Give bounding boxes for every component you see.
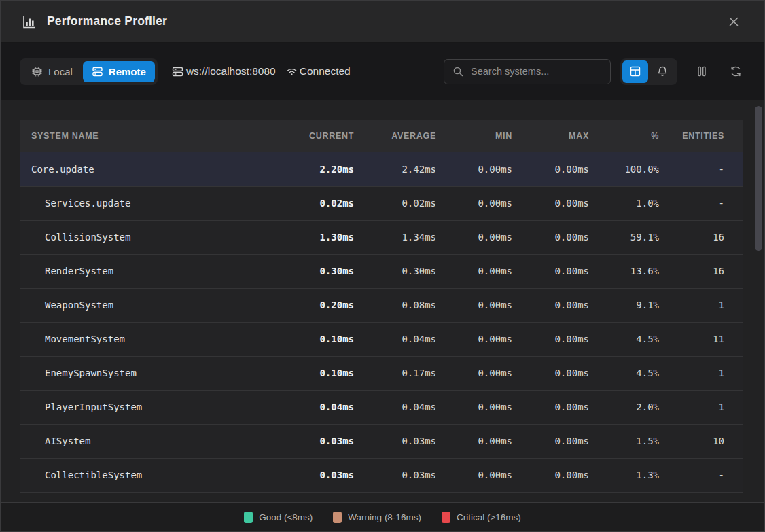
local-mode-button[interactable]: Local	[22, 61, 82, 82]
refresh-button[interactable]	[726, 62, 745, 81]
cell-percent: 4.5%	[589, 356, 659, 390]
search-icon	[452, 66, 464, 77]
cell-average: 0.08ms	[354, 288, 436, 322]
cell-max: 0.00ms	[512, 424, 589, 458]
legend-swatch	[244, 512, 253, 523]
cell-max: 0.00ms	[512, 152, 589, 186]
column-header-3[interactable]: MIN	[436, 120, 512, 152]
table-row[interactable]: RenderSystem0.30ms0.30ms0.00ms0.00ms13.6…	[20, 254, 743, 288]
cell-average: 1.34ms	[354, 220, 436, 254]
cell-name: CollisionSystem	[20, 220, 272, 254]
page-title: Performance Profiler	[47, 14, 167, 29]
performance-profiler-window: Performance Profiler Local	[0, 0, 765, 532]
cell-average: 0.30ms	[354, 254, 436, 288]
table-row[interactable]: MovementSystem0.10ms0.04ms0.00ms0.00ms4.…	[20, 322, 743, 356]
remote-mode-button[interactable]: Remote	[83, 61, 155, 82]
search-input[interactable]	[471, 66, 602, 77]
legend-item: Good (<8ms)	[244, 512, 313, 523]
cell-max: 0.00ms	[512, 288, 589, 322]
ws-address-text: ws://localhost:8080	[186, 65, 276, 77]
table-row[interactable]: Services.update0.02ms0.02ms0.00ms0.00ms1…	[20, 186, 743, 220]
cell-current: 0.30ms	[272, 254, 354, 288]
cell-average: 2.42ms	[354, 152, 436, 186]
cell-entities: 1	[659, 356, 743, 390]
cell-min: 0.00ms	[436, 356, 512, 390]
bell-icon	[656, 65, 669, 77]
cell-entities: -	[659, 458, 743, 492]
cell-current: 0.03ms	[272, 424, 354, 458]
cell-min: 0.00ms	[436, 186, 512, 220]
close-icon	[728, 16, 740, 28]
alerts-button[interactable]	[650, 60, 675, 83]
cell-current: 0.03ms	[272, 458, 354, 492]
cell-min: 0.00ms	[436, 220, 512, 254]
cell-current: 0.02ms	[272, 186, 354, 220]
cell-max: 0.00ms	[512, 254, 589, 288]
toolbar: Local Remote	[1, 43, 764, 100]
table-header-row: SYSTEM NAMECURRENTAVERAGEMINMAX%ENTITIES	[20, 120, 743, 152]
cell-percent: 2.0%	[589, 390, 659, 424]
table-row[interactable]: CollisionSystem1.30ms1.34ms0.00ms0.00ms5…	[20, 220, 743, 254]
cell-min: 0.00ms	[436, 254, 512, 288]
cell-name: WeaponSystem	[20, 288, 272, 322]
search-box	[444, 59, 611, 84]
cell-current: 1.30ms	[272, 220, 354, 254]
cell-percent: 59.1%	[589, 220, 659, 254]
cell-entities: 1	[659, 288, 743, 322]
cell-max: 0.00ms	[512, 220, 589, 254]
table-row[interactable]: WeaponSystem0.20ms0.08ms0.00ms0.00ms9.1%…	[20, 288, 743, 322]
cell-percent: 100.0%	[589, 152, 659, 186]
legend-label: Warning (8-16ms)	[348, 512, 421, 522]
cell-average: 0.17ms	[354, 356, 436, 390]
cell-name: EnemySpawnSystem	[20, 356, 272, 390]
titlebar: Performance Profiler	[1, 1, 764, 43]
cell-entities: 16	[659, 254, 743, 288]
cell-min: 0.00ms	[436, 458, 512, 492]
wifi-icon	[285, 65, 298, 78]
cell-entities: 10	[659, 424, 743, 458]
column-header-0[interactable]: SYSTEM NAME	[20, 120, 272, 152]
bar-chart-icon	[21, 14, 36, 29]
table-row[interactable]: PlayerInputSystem0.04ms0.04ms0.00ms0.00m…	[20, 390, 743, 424]
refresh-icon	[729, 65, 743, 78]
connection-status-text: Connected	[300, 65, 351, 77]
cell-name: Services.update	[20, 186, 272, 220]
server-icon	[92, 66, 103, 77]
cell-entities: -	[659, 152, 743, 186]
cell-name: MovementSystem	[20, 322, 272, 356]
pause-icon	[695, 65, 709, 78]
table-view-icon	[629, 65, 641, 77]
cpu-icon	[31, 66, 43, 77]
cell-max: 0.00ms	[512, 356, 589, 390]
vertical-scrollbar-thumb[interactable]	[755, 106, 762, 251]
legend-label: Good (<8ms)	[259, 512, 313, 522]
systems-table-area: SYSTEM NAMECURRENTAVERAGEMINMAX%ENTITIES…	[1, 100, 764, 502]
host-icon	[171, 65, 184, 78]
cell-entities: 1	[659, 390, 743, 424]
legend-swatch	[442, 512, 450, 523]
table-row[interactable]: CollectibleSystem0.03ms0.03ms0.00ms0.00m…	[20, 458, 743, 492]
cell-min: 0.00ms	[436, 322, 512, 356]
close-button[interactable]	[724, 12, 744, 32]
mode-switcher: Local Remote	[20, 58, 158, 85]
cell-max: 0.00ms	[512, 390, 589, 424]
cell-average: 0.02ms	[354, 186, 436, 220]
cell-max: 0.00ms	[512, 186, 589, 220]
column-header-6[interactable]: ENTITIES	[659, 120, 743, 152]
pause-button[interactable]	[692, 62, 711, 81]
legend-label: Critical (>16ms)	[457, 512, 521, 522]
column-header-4[interactable]: MAX	[512, 120, 589, 152]
column-header-5[interactable]: %	[589, 120, 659, 152]
cell-average: 0.03ms	[354, 424, 436, 458]
cell-current: 2.20ms	[272, 152, 354, 186]
table-row[interactable]: AISystem0.03ms0.03ms0.00ms0.00ms1.5%10	[20, 424, 743, 458]
ws-address: ws://localhost:8080	[171, 65, 276, 78]
column-header-2[interactable]: AVERAGE	[354, 120, 436, 152]
cell-percent: 1.0%	[589, 186, 659, 220]
table-view-button[interactable]	[622, 60, 648, 83]
cell-name: Core.update	[20, 152, 272, 186]
table-row[interactable]: Core.update2.20ms2.42ms0.00ms0.00ms100.0…	[20, 152, 743, 186]
table-row[interactable]: EnemySpawnSystem0.10ms0.17ms0.00ms0.00ms…	[20, 356, 743, 390]
column-header-1[interactable]: CURRENT	[272, 120, 354, 152]
cell-entities: 16	[659, 220, 743, 254]
